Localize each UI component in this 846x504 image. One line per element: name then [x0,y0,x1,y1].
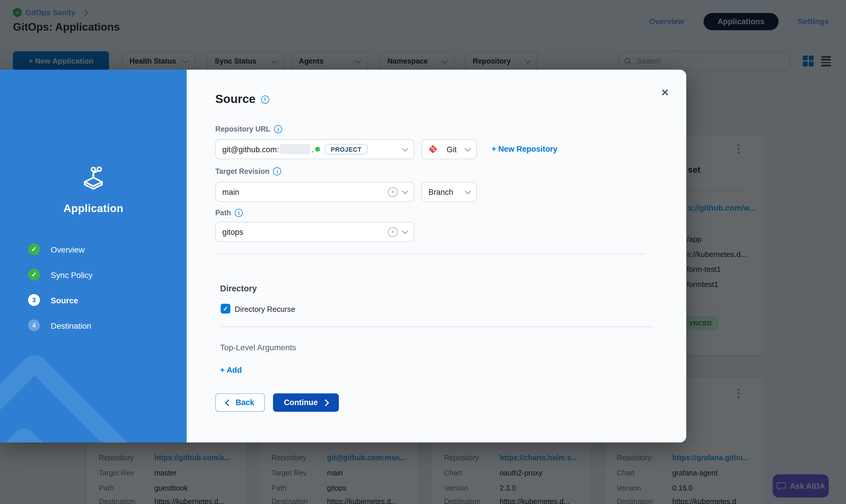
new-repository-link[interactable]: + New Repository [491,145,557,154]
wizard-step-overview[interactable]: ✓ Overview [28,243,84,255]
section-divider [215,254,644,254]
section-divider [220,326,653,327]
git-icon [428,145,437,154]
info-icon[interactable]: i [273,167,281,176]
path-label-row: Path i [215,209,243,217]
chevron-right-icon [322,399,329,406]
panel-title-row: Source i [215,92,269,106]
chevron-down-icon[interactable] [402,188,409,194]
add-argument-link[interactable]: + Add [220,366,242,375]
chevron-down-icon[interactable] [402,145,409,151]
redacted-text-block [280,144,310,154]
revision-type-select[interactable]: Branch [421,182,477,201]
wizard-source-panel: Source i ✕ Repository URL i git@github.c… [187,70,686,443]
check-icon: ✓ [28,243,40,255]
directory-recurse-label: Directory Recurse [235,305,295,313]
chevron-left-icon [225,399,232,406]
wizard-step-destination[interactable]: 4 Destination [28,319,91,331]
step-number-badge: 3 [28,294,40,306]
panel-title: Source [215,92,255,106]
directory-recurse-checkbox[interactable]: ✓ [220,304,230,313]
clear-icon[interactable]: ✕ [388,187,398,197]
application-icon [79,164,107,193]
continue-button[interactable]: Continue [273,394,339,412]
directory-heading: Directory [220,284,257,293]
info-icon[interactable]: i [261,95,269,104]
wizard-step-source-active[interactable]: 3 Source [28,294,78,306]
back-button[interactable]: Back [215,394,265,412]
chevron-down-icon [465,145,471,151]
project-scope-badge: PROJECT [325,144,367,154]
connected-status-dot [315,147,320,152]
connection-type-select[interactable]: Git [421,139,477,159]
wizard-step-sync-policy[interactable]: ✓ Sync Policy [28,269,92,281]
target-revision-label-row: Target Revision i [215,167,281,176]
wizard-sidebar: Application ✓ Overview ✓ Sync Policy 3 S… [0,70,187,443]
wizard-title: Application [0,202,187,215]
target-revision-input[interactable]: main ✕ [215,182,414,201]
chevron-down-icon[interactable] [402,228,409,234]
info-icon[interactable]: i [235,209,243,217]
info-icon[interactable]: i [274,125,282,133]
screen: ∞ GitOps Sanity GitOps: Applications Ove… [0,0,846,504]
new-application-wizard: Application ✓ Overview ✓ Sync Policy 3 S… [0,70,686,443]
repository-url-label-row: Repository URL i [215,125,282,133]
clear-icon[interactable]: ✕ [388,227,398,236]
path-input[interactable]: gitops ✕ [215,222,414,241]
repository-url-input[interactable]: git@github.com: . PROJECT [215,139,414,159]
step-number-badge: 4 [28,319,40,331]
check-icon: ✓ [28,269,40,281]
chevron-down-icon [465,188,471,194]
top-level-arguments-heading: Top-Level Arguments [220,343,296,352]
close-icon[interactable]: ✕ [661,88,669,98]
